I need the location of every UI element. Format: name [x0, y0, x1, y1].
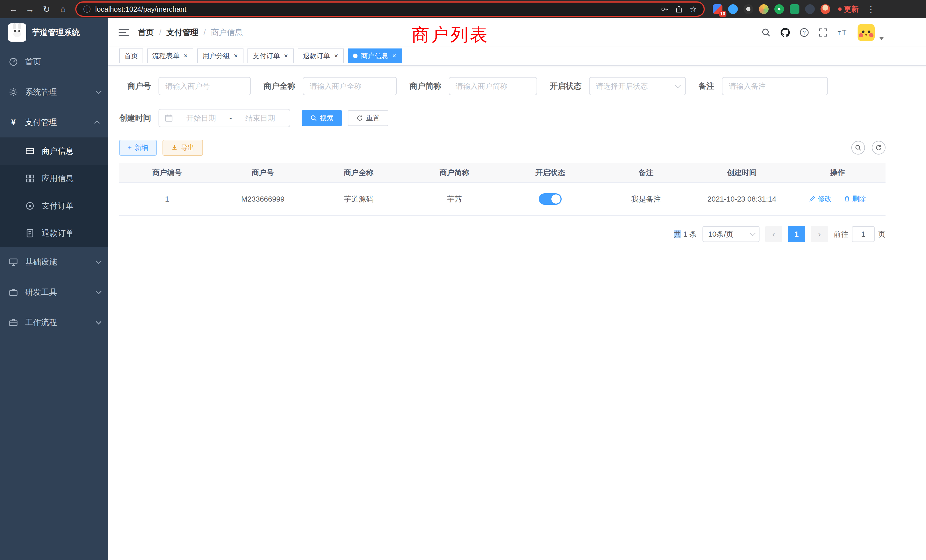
password-key-icon[interactable]: [661, 5, 669, 13]
status-select[interactable]: 请选择开启状态: [589, 77, 686, 95]
tab-close-icon[interactable]: ×: [334, 52, 339, 60]
merchant-name-input[interactable]: [303, 77, 397, 95]
filter-label: 备注: [699, 81, 714, 92]
sidebar-toggle-icon[interactable]: [119, 29, 129, 36]
sidebar-item-app-info[interactable]: 应用信息: [0, 165, 108, 192]
tab-close-icon[interactable]: ×: [392, 52, 397, 60]
create-time-range-picker[interactable]: 开始日期 - 结束日期: [159, 109, 290, 127]
delete-button[interactable]: 删除: [844, 194, 866, 203]
bookmark-star-icon[interactable]: ☆: [690, 5, 697, 14]
breadcrumb-home[interactable]: 首页: [138, 27, 154, 38]
extension-icon-2[interactable]: [728, 4, 738, 14]
browser-update-button[interactable]: 更新: [838, 4, 859, 14]
sidebar-item-label: 首页: [25, 56, 41, 67]
refresh-table-icon[interactable]: [872, 141, 885, 154]
hide-search-icon[interactable]: [851, 141, 865, 154]
breadcrumb-payment[interactable]: 支付管理: [166, 27, 198, 38]
reset-button[interactable]: 重置: [348, 110, 388, 126]
filter-label: 商户号: [119, 81, 151, 92]
sidebar-item-payment[interactable]: ¥ 支付管理: [0, 107, 108, 138]
fullscreen-icon[interactable]: [818, 28, 828, 37]
next-page-button[interactable]: ›: [811, 226, 828, 242]
briefcase-icon: [9, 288, 18, 297]
sidebar-menu: 首页 系统管理 ¥ 支付管理 商户信息: [0, 47, 108, 338]
logo-row[interactable]: 芋道管理系统: [0, 18, 108, 47]
tab-close-icon[interactable]: ×: [233, 52, 238, 60]
extensions-area: 10: [713, 4, 830, 14]
tab-merchant-info[interactable]: 商户信息 ×: [348, 48, 402, 63]
start-date-placeholder: 开始日期: [177, 113, 225, 123]
export-button[interactable]: 导出: [162, 140, 203, 156]
extension-icon-3[interactable]: [743, 4, 753, 14]
page-number-button[interactable]: 1: [788, 226, 805, 242]
avatar-chevron-down-icon[interactable]: [879, 37, 884, 40]
search-button[interactable]: 搜索: [302, 110, 342, 126]
tab-refund-order[interactable]: 退款订单 ×: [298, 48, 344, 63]
merchant-no-input[interactable]: [159, 77, 251, 95]
share-icon[interactable]: [675, 5, 683, 13]
extension-icon-7[interactable]: [805, 4, 815, 14]
tab-close-icon[interactable]: ×: [183, 52, 188, 60]
browser-forward-icon[interactable]: →: [22, 2, 38, 17]
goto-page-input[interactable]: [852, 226, 875, 242]
extension-icon-5[interactable]: [774, 4, 784, 14]
chevron-down-icon: [96, 289, 101, 294]
browser-home-icon[interactable]: ⌂: [55, 2, 71, 17]
url-bar[interactable]: ⓘ localhost:1024/pay/merchant ☆: [75, 2, 705, 17]
help-icon[interactable]: ?: [799, 28, 809, 37]
dashboard-icon: [9, 57, 18, 67]
tab-pay-order[interactable]: 支付订单 ×: [247, 48, 294, 63]
browser-refresh-icon[interactable]: ↻: [39, 2, 54, 17]
github-icon[interactable]: [780, 27, 790, 38]
add-button[interactable]: + 新增: [119, 140, 157, 156]
search-icon[interactable]: [761, 28, 771, 37]
col-merchant-no: 商户号: [215, 163, 311, 183]
sidebar-item-dev-tools[interactable]: 研发工具: [0, 277, 108, 307]
sidebar-item-workflow[interactable]: 工作流程: [0, 307, 108, 338]
font-size-icon[interactable]: TT: [837, 28, 849, 37]
filter-label: 创建时间: [119, 113, 151, 123]
edit-button[interactable]: 修改: [809, 194, 831, 203]
tab-home[interactable]: 首页: [119, 48, 143, 63]
status-toggle[interactable]: [539, 193, 561, 205]
site-info-icon[interactable]: ⓘ: [83, 4, 91, 14]
tags-view-bar: 首页 流程表单 × 用户分组 × 支付订单 × 退款订单 × 商户信息 ×: [108, 47, 926, 65]
short-name-input[interactable]: [449, 77, 537, 95]
sidebar-item-label: 商户信息: [42, 146, 74, 157]
filter-label: 商户简称: [409, 81, 441, 92]
remark-input[interactable]: [722, 77, 828, 95]
tab-user-group[interactable]: 用户分组 ×: [197, 48, 244, 63]
monitor-icon: [9, 257, 18, 266]
chevron-down-icon: [96, 88, 101, 94]
avatar[interactable]: [858, 24, 875, 41]
sidebar-item-refund-order[interactable]: 退款订单: [0, 219, 108, 247]
tab-close-icon[interactable]: ×: [283, 52, 289, 60]
filter-row-2: 创建时间 开始日期 - 结束日期 搜索 重置: [119, 109, 885, 127]
filter-short-name: 商户简称: [409, 77, 537, 95]
extension-icon-8[interactable]: [820, 4, 830, 14]
browser-menu-icon[interactable]: ⋮: [864, 4, 878, 14]
date-separator: -: [230, 114, 232, 123]
browser-back-icon[interactable]: ←: [6, 2, 21, 17]
tab-process-form[interactable]: 流程表单 ×: [147, 48, 193, 63]
prev-page-button[interactable]: ‹: [765, 226, 782, 242]
extension-icon-1[interactable]: 10: [713, 4, 722, 14]
toolbox-icon: [9, 318, 18, 327]
tab-label: 商户信息: [361, 51, 388, 61]
sidebar-item-merchant-info[interactable]: 商户信息: [0, 138, 108, 165]
extension-icon-4[interactable]: [759, 4, 769, 14]
page-size-select[interactable]: 10条/页: [702, 226, 760, 242]
sidebar-item-label: 支付管理: [25, 117, 57, 128]
sidebar: 芋道管理系统 首页 系统管理 ¥ 支付管理 商户信息: [0, 18, 108, 560]
sidebar-item-infrastructure[interactable]: 基础设施: [0, 247, 108, 277]
sidebar-item-system[interactable]: 系统管理: [0, 77, 108, 107]
sidebar-item-pay-order[interactable]: 支付订单: [0, 192, 108, 219]
sidebar-item-label: 研发工具: [25, 287, 57, 298]
sidebar-item-label: 基础设施: [25, 257, 57, 268]
extension-icon-6[interactable]: [790, 4, 799, 14]
filter-create-time: 创建时间 开始日期 - 结束日期: [119, 109, 290, 127]
logo-title: 芋道管理系统: [32, 27, 80, 38]
grid-icon: [25, 174, 35, 183]
svg-text:T: T: [838, 30, 841, 36]
sidebar-item-home[interactable]: 首页: [0, 47, 108, 77]
